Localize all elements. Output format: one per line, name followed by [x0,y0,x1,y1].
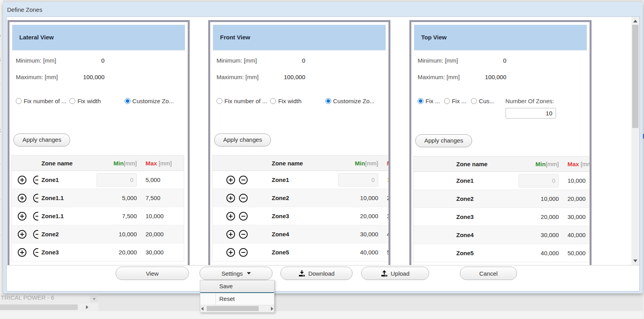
radio-fix-number-of-zones[interactable]: Fix number of ... [16,98,66,104]
table-row: Zone5 40,000 50,000 [414,244,592,262]
remove-zone-icon[interactable] [33,230,38,239]
radio-customize-zones[interactable]: Customize Zo... [125,98,174,104]
remove-zone-icon[interactable] [239,176,248,184]
radio-icon[interactable] [217,98,222,104]
chevron-down-icon [93,298,96,300]
scroll-down-button[interactable] [631,258,639,264]
add-zone-icon[interactable] [18,212,26,221]
zones-table-header: Zone name Min [mm] Max [mm] [213,156,390,171]
add-zone-icon[interactable] [226,248,235,257]
minimum-value: 0 [75,57,105,64]
radio-fix-width[interactable]: Fix width [270,98,301,104]
remove-zone-icon[interactable] [33,212,38,221]
apply-changes-button[interactable]: Apply changes [214,134,271,147]
remove-zone-icon[interactable] [239,230,248,239]
menu-item-reset[interactable]: Reset [200,293,274,305]
zones-table-header: Zone name Min [mm] Max [mm] [12,156,184,171]
panel-header: Lateral View [12,25,185,51]
view-button[interactable]: View [116,267,189,280]
table-row: Zone2 10,000 20,000 [414,190,592,208]
add-zone-icon[interactable] [18,194,26,202]
remove-zone-icon[interactable] [33,194,38,202]
zones-table-header: Zone name Min [mm] Max [mm] [414,156,592,172]
remove-zone-icon[interactable] [239,212,248,221]
define-zones-dialog: Define Zones Lateral View Minimum: [mm]0… [3,2,643,293]
radio-customize-zones[interactable]: Customize Zo... [325,98,375,104]
background-lower-strip [0,311,644,319]
background-dropdown-caret[interactable] [90,296,99,302]
remove-zone-icon[interactable] [239,194,248,202]
apply-changes-button[interactable]: Apply changes [415,134,472,147]
radio-icon[interactable] [270,98,276,104]
dialog-vertical-scrollbar[interactable] [631,17,639,265]
menu-horizontal-scrollbar[interactable] [200,305,274,312]
remove-zone-icon[interactable] [33,176,38,184]
zones-table: Zone name Min [mm] Max [mm] Zone1 5,000 … [11,155,184,262]
minimum-value: 0 [276,57,305,64]
panel-front-view: Front View Minimum: [mm]0 Maximum: [mm]1… [208,20,390,291]
cancel-button[interactable]: Cancel [460,267,517,280]
radio-fix-width[interactable]: Fix width [69,98,101,104]
panel-title: Top View [414,25,587,50]
radio-icon-selected[interactable] [418,98,424,104]
minimum-value: 0 [477,57,506,64]
min-value-input [97,173,137,187]
table-row: Zone2 10,000 20,000 [12,225,184,243]
maximum-label: Maximum: [mm] [418,74,477,80]
radio-icon[interactable] [471,98,477,104]
number-of-zones-label: Number Of Zones: [506,98,556,104]
radio-icon[interactable] [69,98,75,104]
scrollbar-thumb[interactable] [632,25,638,128]
table-row: Zone3 20,000 30,000 [213,207,390,225]
scrollbar-thumb[interactable] [207,306,259,311]
number-of-zones-input[interactable] [506,108,556,119]
scrollbar-thumb[interactable] [0,304,78,310]
add-zone-icon[interactable] [226,212,235,221]
table-row: Zone3 20,000 30,000 [12,243,184,262]
panel-title: Lateral View [12,25,185,50]
table-row: Zone4 30,000 40,000 [213,225,390,243]
scroll-left-icon[interactable] [201,307,203,311]
min-value-input [519,174,559,187]
apply-changes-button[interactable]: Apply changes [13,134,70,147]
table-row: Zone1 10,000 [213,171,390,189]
table-row: Zone1 5,000 [12,171,184,189]
radio-fix-number-of-zones[interactable]: Fix ... [418,98,440,104]
radio-icon[interactable] [16,98,22,104]
table-row: Zone1.1 7,500 10,000 [12,207,184,225]
menu-item-save[interactable]: Save [200,280,274,293]
settings-button[interactable]: Settings [200,267,273,280]
radio-icon[interactable] [444,98,450,104]
table-row: Zone2 10,000 20,000 [213,189,390,207]
background-horizontal-scrollbar[interactable] [0,304,97,311]
zones-table: Zone name Min [mm] Max [mm] Zone1 10,000… [212,155,390,262]
dialog-footer: View Settings Download Upload Cancel [7,265,639,291]
scroll-up-icon [633,20,637,22]
radio-fix-number-of-zones[interactable]: Fix number of ... [217,98,267,104]
download-icon [299,270,305,276]
table-row: Zone1.1 5,000 7,500 [12,189,184,207]
background-panel-label: TRICAL POWER - 6 [1,294,54,301]
maximum-label: Maximum: [mm] [16,74,75,80]
add-zone-icon[interactable] [18,176,26,184]
scroll-right-button[interactable] [84,304,90,311]
add-zone-icon[interactable] [226,230,235,239]
remove-zone-icon[interactable] [33,248,38,257]
scroll-right-icon[interactable] [271,307,273,311]
dialog-title: Define Zones [7,6,42,13]
radio-icon-selected[interactable] [325,98,331,104]
radio-fix-width[interactable]: Fix ... [444,98,467,104]
upload-icon [381,270,388,276]
upload-button[interactable]: Upload [361,267,429,280]
add-zone-icon[interactable] [18,248,26,257]
download-button[interactable]: Download [280,267,353,280]
radio-icon-selected[interactable] [125,98,131,104]
remove-zone-icon[interactable] [239,248,248,257]
panel-top-view: Top View Minimum: [mm]0 Maximum: [mm]100… [409,20,592,291]
scroll-up-button[interactable] [631,18,639,24]
maximum-value: 100,000 [75,74,105,80]
add-zone-icon[interactable] [226,176,235,184]
add-zone-icon[interactable] [18,230,26,239]
add-zone-icon[interactable] [226,194,235,202]
radio-customize-zones[interactable]: Cus... [471,98,494,104]
